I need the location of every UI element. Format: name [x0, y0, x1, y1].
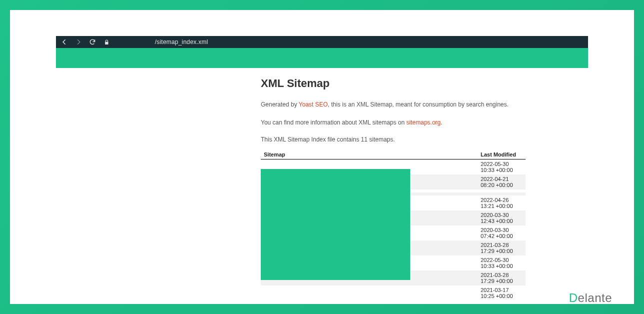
- url-text[interactable]: /sitemap_index.xml: [155, 38, 208, 46]
- nav-icons: [61, 38, 110, 46]
- last-modified-cell: 2020-03-30 12:43 +00:00: [411, 210, 526, 226]
- inner-container: /sitemap_index.xml XML Sitemap Generated…: [21, 36, 623, 308]
- last-modified-cell: 2022-05-30 10:33 +00:00: [411, 256, 526, 270]
- table-row: 2021-03-17 10:25 +00:00: [261, 286, 526, 300]
- sitemap-cell[interactable]: [261, 286, 411, 300]
- frame: /sitemap_index.xml XML Sitemap Generated…: [10, 10, 634, 304]
- redaction-overlay: [261, 169, 410, 280]
- logo-rest: elante: [578, 291, 612, 304]
- yoast-link[interactable]: Yoast SEO: [299, 101, 328, 108]
- last-modified-cell: 2022-04-21 08:20 +00:00: [411, 174, 526, 190]
- info-suffix: .: [441, 119, 442, 126]
- forward-icon[interactable]: [75, 38, 82, 46]
- last-modified-cell: 2021-03-28 17:29 +00:00: [411, 270, 526, 286]
- count-line: This XML Sitemap Index file contains 11 …: [261, 136, 541, 143]
- last-modified-cell: 2021-03-17 10:25 +00:00: [411, 286, 526, 300]
- sitemaps-org-link[interactable]: sitemaps.org: [406, 119, 441, 126]
- reload-icon[interactable]: [89, 38, 96, 46]
- intro-line-2: You can find more information about XML …: [261, 118, 541, 127]
- intro-line-1: Generated by Yoast SEO, this is an XML S…: [261, 100, 541, 109]
- header-green-bar: [56, 48, 588, 68]
- col-last-modified: Last Modified: [411, 150, 526, 160]
- table-header-row: Sitemap Last Modified: [261, 150, 526, 160]
- page-title: XML Sitemap: [261, 77, 541, 90]
- lock-icon: [103, 38, 110, 46]
- logo-d: D: [569, 291, 578, 304]
- delante-logo: Delante: [569, 291, 612, 305]
- last-modified-cell: 2022-04-26 13:21 +00:00: [411, 196, 526, 210]
- col-sitemap: Sitemap: [261, 150, 411, 160]
- last-modified-cell: 2021-03-28 17:29 +00:00: [411, 240, 526, 256]
- last-modified-cell: 2020-03-30 07:42 +00:00: [411, 226, 526, 240]
- back-icon[interactable]: [61, 38, 68, 46]
- browser-toolbar: /sitemap_index.xml: [56, 36, 588, 48]
- last-modified-cell: 2022-05-30 10:33 +00:00: [411, 160, 526, 175]
- generated-suffix: , this is an XML Sitemap, meant for cons…: [328, 101, 509, 108]
- info-prefix: You can find more information about XML …: [261, 119, 406, 126]
- generated-prefix: Generated by: [261, 101, 299, 108]
